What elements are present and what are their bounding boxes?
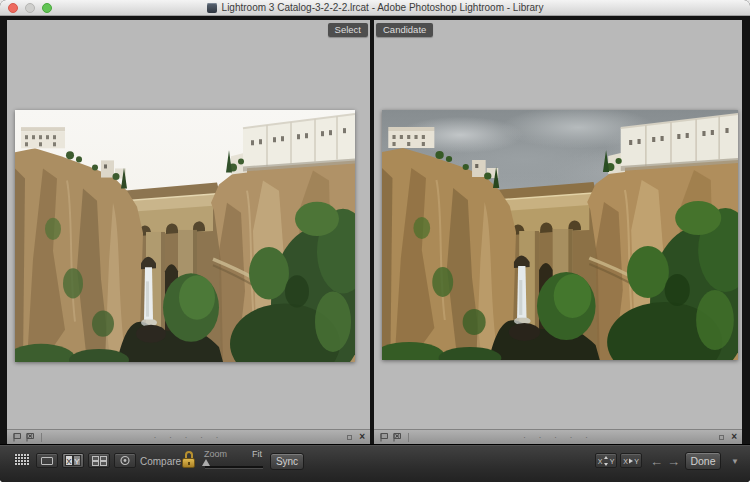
footer-divider [41,433,42,442]
svg-text:Y: Y [634,458,639,465]
compare-view-button[interactable]: X Y [62,453,84,468]
title-area: Lightroom 3 Catalog-3-2-2-2.lrcat - Adob… [207,2,544,13]
pick-flag-icon[interactable] [379,432,389,442]
select-photo[interactable] [15,110,355,362]
make-select-icon: X Y [622,455,640,467]
zoom-window-button[interactable] [42,3,52,13]
lightroom-window: Lightroom 3 Catalog-3-2-2-2.lrcat - Adob… [0,0,750,482]
fit-label: Fit [252,449,262,459]
swap-icon: X Y [597,455,615,467]
previous-photo-icon[interactable]: ← [650,455,663,468]
rating-dots[interactable]: · · · · · [154,432,224,442]
candidate-badge: Candidate [376,23,433,37]
svg-text:Y: Y [610,458,615,465]
zoom-slider-track[interactable] [205,466,263,468]
pick-flag-icon[interactable] [12,432,22,442]
next-photo-icon[interactable]: → [667,455,680,468]
close-window-button[interactable] [8,3,18,13]
deselect-icon[interactable]: × [359,432,365,442]
select-flag-group [12,430,42,444]
compare-view-icon: X Y [65,455,81,466]
painter-icon [119,455,131,466]
select-badge: Select [328,23,368,37]
svg-text:Y: Y [74,457,80,466]
grid-view-icon[interactable] [14,454,30,466]
reject-flag-icon[interactable] [392,432,402,442]
footer-divider [408,433,409,442]
svg-text:X: X [623,458,628,465]
make-select-button[interactable]: X Y [620,453,642,468]
candidate-photo[interactable] [382,110,738,360]
chevron-down-icon[interactable]: ▼ [731,458,739,466]
color-label-icon[interactable] [719,435,724,440]
candidate-footer: · · · · · × [374,429,742,444]
zoom-label: Zoom [204,449,227,459]
titlebar: Lightroom 3 Catalog-3-2-2-2.lrcat - Adob… [0,0,750,16]
lightroom-doc-icon [207,3,217,13]
painter-button[interactable] [114,453,136,468]
color-label-icon[interactable] [347,435,352,440]
reject-flag-icon[interactable] [25,432,35,442]
minimize-window-button[interactable] [25,3,35,13]
swap-button[interactable]: X Y [595,453,617,468]
survey-view-button[interactable] [88,453,110,468]
candidate-pane: Candidate [374,20,742,429]
loupe-view-button[interactable] [36,453,58,468]
done-button[interactable]: Done [685,452,721,470]
deselect-icon[interactable]: × [731,432,737,442]
select-footer-right: × [347,430,365,444]
loupe-view-icon [41,457,53,465]
lock-icon[interactable] [182,451,195,468]
toolbar: X Y Compare : [0,444,750,482]
candidate-footer-right: × [719,430,737,444]
rating-dots[interactable]: · · · · · [523,432,593,442]
candidate-flag-group [379,430,409,444]
sync-button[interactable]: Sync [270,453,304,470]
zoom-slider-thumb[interactable] [202,459,210,466]
svg-text:X: X [66,457,72,466]
select-footer: · · · · · × [7,429,370,444]
window-controls [8,3,52,13]
survey-view-icon [92,456,107,466]
svg-text:X: X [598,458,603,465]
compare-view: Select Candidate · · · · [0,16,750,482]
select-pane: Select [7,20,370,429]
window-title: Lightroom 3 Catalog-3-2-2-2.lrcat - Adob… [222,2,544,13]
compare-label: Compare : [140,456,187,467]
